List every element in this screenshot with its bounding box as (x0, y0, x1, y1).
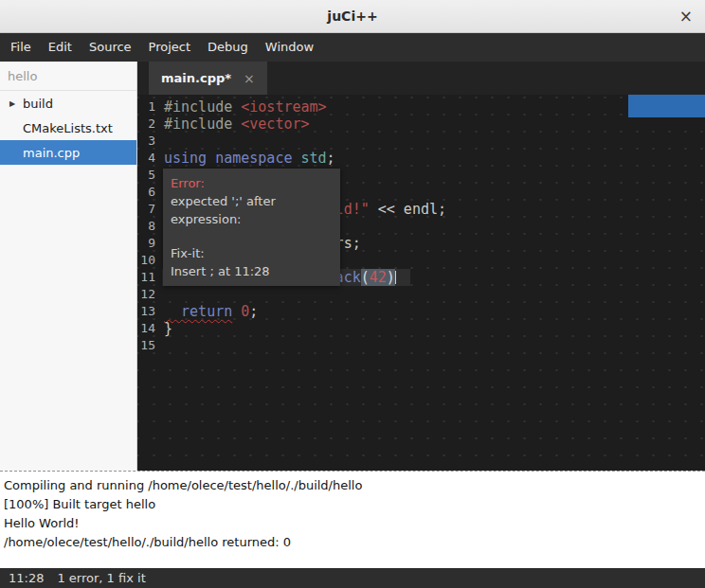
window-title: juCi++ (327, 9, 377, 24)
code-token: using (164, 150, 207, 167)
output-line: /home/olece/test/hello/./build/hello ret… (4, 533, 701, 552)
code-token: 0 (241, 303, 249, 320)
code-line-13[interactable]: return 0; (162, 303, 705, 320)
tab-label: main.cpp* (161, 71, 231, 85)
project-name: hello (0, 62, 136, 91)
line-number: 11 (137, 269, 162, 286)
code-line-1[interactable]: #include <iostream> (162, 98, 705, 116)
tree-item-label: CMakeLists.txt (23, 121, 113, 135)
expander-icon[interactable]: ▶ (0, 99, 23, 108)
scrollbar-thumb[interactable] (628, 95, 705, 117)
code-token: ) (387, 269, 395, 286)
tab-bar: main.cpp* × (137, 62, 705, 95)
code-token: ( (361, 269, 370, 286)
tab-main-cpp[interactable]: main.cpp* × (149, 62, 267, 95)
line-number: 12 (137, 286, 162, 303)
menu-item-project[interactable]: Project (140, 33, 199, 62)
file-tree: ▶buildCMakeLists.txtmain.cpp (0, 91, 136, 165)
tree-item-label: build (23, 97, 53, 111)
code-token: #include (164, 116, 241, 133)
line-number: 5 (137, 167, 162, 184)
code-token (232, 303, 241, 320)
code-line-12[interactable] (162, 286, 705, 303)
tree-item-cmakelists.txt[interactable]: CMakeLists.txt (0, 116, 136, 140)
output-line: [100%] Built target hello (4, 495, 701, 514)
tooltip-fixit-action: Insert ; at 11:28 (171, 262, 333, 280)
status-bar: 11:28 1 error, 1 fix it (0, 568, 705, 588)
tab-close-icon[interactable]: × (244, 71, 255, 86)
code-token: << endl; (370, 201, 446, 218)
output-line: Compiling and running /home/olece/test/h… (4, 476, 701, 495)
code-token (207, 150, 215, 167)
line-number: 3 (137, 133, 162, 150)
line-number: 9 (137, 235, 162, 252)
code-token (292, 150, 300, 167)
line-number: 13 (137, 303, 162, 320)
code-token: namespace (215, 150, 292, 167)
code-token: <vector> (241, 116, 309, 133)
line-number: 10 (137, 252, 162, 269)
code-token: #include (164, 98, 241, 116)
line-number: 4 (137, 150, 162, 167)
line-number: 15 (137, 337, 162, 354)
menu-item-source[interactable]: Source (81, 33, 140, 62)
tree-item-label: main.cpp (23, 146, 80, 160)
editor-pane: main.cpp* × 123456789101112131415 #inclu… (137, 62, 705, 471)
output-line: Hello World! (4, 514, 701, 533)
diagnostic-tooltip: Error: expected ';' after expression: Fi… (163, 169, 340, 286)
line-number: 1 (137, 98, 162, 116)
code-token: ; (249, 303, 258, 320)
line-number: 7 (137, 201, 162, 218)
code-area[interactable]: 123456789101112131415 #include <iostream… (137, 95, 705, 471)
menu-item-window[interactable]: Window (257, 33, 322, 62)
menu-item-debug[interactable]: Debug (199, 33, 257, 62)
tooltip-error-message: expected ';' after expression: (171, 192, 333, 228)
line-number: 2 (137, 116, 162, 133)
tree-item-main.cpp[interactable]: main.cpp (0, 140, 136, 165)
code-line-3[interactable] (162, 133, 705, 150)
code-token: <iostream> (241, 98, 326, 116)
jucipp-window: juCi++ × FileEditSourceProjectDebugWindo… (0, 0, 705, 588)
window-close-button[interactable]: × (679, 9, 693, 25)
titlebar: juCi++ × (0, 0, 705, 33)
code-line-14[interactable]: } (162, 320, 705, 337)
line-number-gutter: 123456789101112131415 (137, 95, 162, 471)
tooltip-fixit-label: Fix-it: (171, 244, 333, 262)
error-status: 1 error, 1 fix it (57, 571, 145, 585)
code-line-4[interactable]: using namespace std; (162, 150, 705, 167)
output-panel[interactable]: Compiling and running /home/olece/test/h… (0, 471, 705, 568)
tree-item-build[interactable]: ▶build (0, 91, 136, 116)
code-line-2[interactable]: #include <vector> (162, 116, 705, 133)
code-token: } (164, 320, 172, 337)
code-token: 42 (370, 269, 387, 286)
text-caret (395, 271, 396, 284)
line-number: 14 (137, 320, 162, 337)
sidebar: hello ▶buildCMakeLists.txtmain.cpp (0, 62, 137, 471)
code-token: ; (327, 150, 335, 167)
main-area: hello ▶buildCMakeLists.txtmain.cpp main.… (0, 62, 705, 471)
tooltip-spacer (171, 228, 333, 244)
menu-bar: FileEditSourceProjectDebugWindow (0, 33, 705, 62)
menu-item-file[interactable]: File (2, 33, 40, 62)
line-number: 8 (137, 218, 162, 235)
tooltip-error-title: Error: (171, 174, 333, 192)
line-number: 6 (137, 184, 162, 201)
menu-item-edit[interactable]: Edit (40, 33, 81, 62)
code-line-15[interactable] (162, 337, 705, 354)
code-token: return (164, 303, 232, 320)
cursor-position: 11:28 (9, 571, 44, 585)
code-token: std (301, 150, 327, 167)
